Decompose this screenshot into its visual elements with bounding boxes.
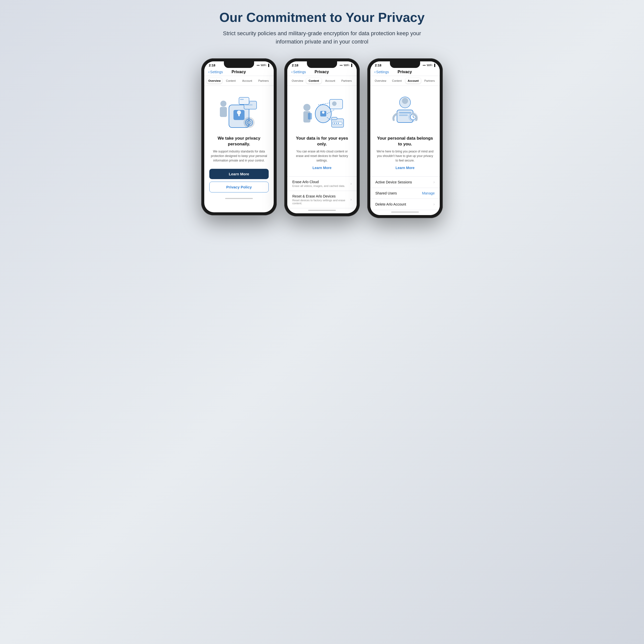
- svg-point-4: [244, 117, 255, 128]
- screen-content: ‹ Settings Privacy OverviewContentAccoun…: [287, 68, 357, 208]
- list-item[interactable]: Reset & Erase Arlo Devices Reset devices…: [287, 191, 357, 208]
- list-section: Erase Arlo Cloud Erase all videos, image…: [287, 176, 357, 208]
- chevron-icon: ›: [350, 181, 352, 186]
- back-button[interactable]: ‹ Settings: [291, 70, 306, 74]
- svg-rect-16: [308, 113, 312, 119]
- home-bar: [308, 210, 336, 211]
- tab-content[interactable]: Content: [306, 78, 321, 84]
- tab-content[interactable]: Content: [389, 78, 405, 84]
- screen-content: ‹ Settings Privacy OverviewContentAccoun…: [370, 68, 440, 210]
- illustration-area: [370, 86, 440, 136]
- tab-overview[interactable]: Overview: [373, 78, 388, 84]
- tab-account[interactable]: Account: [323, 78, 338, 84]
- tab-overview[interactable]: Overview: [290, 78, 305, 84]
- nav-title: Privacy: [306, 70, 338, 74]
- svg-rect-34: [399, 112, 411, 113]
- list-item-title: Erase Arlo Cloud: [292, 180, 345, 184]
- back-arrow-icon: ‹: [208, 70, 210, 74]
- manage-link[interactable]: Manage: [422, 191, 435, 195]
- status-bar: 2:18 ▪▪▪ WiFi ▐: [287, 61, 357, 68]
- list-item-sub: Erase all videos, images, and cached dat…: [292, 184, 345, 187]
- list-item[interactable]: Delete Arlo Account ›: [370, 199, 440, 210]
- home-bar: [391, 212, 419, 213]
- signal-icon: ▪▪▪: [257, 64, 260, 67]
- tab-account[interactable]: Account: [406, 78, 421, 84]
- svg-rect-8: [220, 107, 227, 117]
- signal-icon: ▪▪▪: [340, 64, 343, 67]
- svg-rect-3: [238, 113, 240, 116]
- home-indicator-area: [370, 210, 440, 215]
- tab-overview[interactable]: Overview: [207, 78, 222, 84]
- phones-container: 2:18 ▪▪▪ WiFi ▐ ‹ Settings Privacy: [201, 58, 443, 218]
- main-title: Our Commitment to Your Privacy: [209, 10, 435, 25]
- content-title: Your personal data belongs to you.: [375, 136, 435, 147]
- content-desc: You can erase all Arlo cloud content or …: [292, 149, 352, 163]
- status-bar: 2:18 ▪▪▪ WiFi ▐: [370, 61, 440, 68]
- buttons-area: Learn MorePrivacy Policy: [204, 169, 274, 196]
- nav-bar: ‹ Settings Privacy: [370, 68, 440, 76]
- svg-point-7: [220, 101, 226, 107]
- chevron-icon: ›: [433, 202, 435, 207]
- back-arrow-icon: ‹: [291, 70, 293, 74]
- wifi-icon: WiFi: [427, 64, 432, 67]
- battery-icon: ▐: [267, 64, 269, 67]
- tabs-bar: OverviewContentAccountPartners: [370, 76, 440, 86]
- svg-point-29: [336, 123, 337, 124]
- status-bar: 2:18 ▪▪▪ WiFi ▐: [204, 61, 274, 68]
- tabs-bar: OverviewContentAccountPartners: [287, 76, 357, 86]
- phone-phone-account: 2:18 ▪▪▪ WiFi ▐ ‹ Settings Privacy: [367, 58, 443, 218]
- screen-content: ‹ Settings Privacy OverviewContentAccoun…: [204, 68, 274, 196]
- back-arrow-icon: ‹: [374, 70, 376, 74]
- illustration-area: [204, 86, 274, 136]
- status-time: 2:18: [292, 63, 298, 67]
- list-item[interactable]: Shared Users Manage: [370, 188, 440, 199]
- phone-phone-overview: 2:18 ▪▪▪ WiFi ▐ ‹ Settings Privacy: [201, 58, 277, 215]
- signal-icon: ▪▪▪: [423, 64, 426, 67]
- tab-partners[interactable]: Partners: [422, 78, 437, 84]
- status-icons: ▪▪▪ WiFi ▐: [340, 64, 352, 67]
- tab-partners[interactable]: Partners: [256, 78, 271, 84]
- tab-account[interactable]: Account: [239, 78, 255, 84]
- list-item-title: Shared Users: [375, 191, 397, 195]
- list-item[interactable]: Erase Arlo Cloud Erase all videos, image…: [287, 177, 357, 191]
- notch: [224, 61, 254, 68]
- back-label: Settings: [376, 70, 389, 74]
- content-desc: We're here to bring you peace of mind an…: [375, 149, 435, 163]
- learn-more-link[interactable]: Learn More: [292, 166, 352, 170]
- privacy-policy-button[interactable]: Privacy Policy: [209, 182, 269, 192]
- battery-icon: ▐: [350, 64, 352, 67]
- back-button[interactable]: ‹ Settings: [374, 70, 389, 74]
- content-area: Your data is for your eyes only. You can…: [287, 136, 357, 175]
- tabs-bar: OverviewContentAccountPartners: [204, 76, 274, 86]
- phone-phone-content: 2:18 ▪▪▪ WiFi ▐ ‹ Settings Privacy: [284, 58, 360, 216]
- learn-more-button[interactable]: Learn More: [209, 169, 269, 179]
- svg-rect-13: [240, 99, 244, 100]
- back-label: Settings: [210, 70, 223, 74]
- status-time: 2:18: [375, 63, 381, 67]
- content-title: We take your privacy personally.: [209, 136, 269, 147]
- home-indicator-area: [287, 208, 357, 213]
- svg-rect-25: [332, 117, 337, 120]
- back-button[interactable]: ‹ Settings: [208, 70, 223, 74]
- list-item-title: Reset & Erase Arlo Devices: [292, 194, 350, 198]
- svg-point-28: [334, 123, 335, 124]
- list-item[interactable]: Active Device Sessions ›: [370, 177, 440, 188]
- chevron-icon: ›: [433, 180, 435, 184]
- learn-more-link[interactable]: Learn More: [375, 166, 435, 170]
- home-indicator-area: [204, 196, 274, 202]
- nav-bar: ‹ Settings Privacy: [287, 68, 357, 76]
- list-item-title: Active Device Sessions: [375, 180, 412, 184]
- wifi-icon: WiFi: [261, 64, 266, 67]
- svg-rect-35: [399, 114, 408, 116]
- nav-title: Privacy: [223, 70, 255, 74]
- tab-partners[interactable]: Partners: [339, 78, 354, 84]
- list-section: Active Device Sessions › Shared Users Ma…: [370, 176, 440, 210]
- battery-icon: ▐: [433, 64, 435, 67]
- notch: [390, 61, 420, 68]
- nav-title: Privacy: [389, 70, 421, 74]
- svg-point-32: [402, 98, 408, 104]
- tab-content[interactable]: Content: [223, 78, 238, 84]
- back-label: Settings: [293, 70, 306, 74]
- list-item-title: Delete Arlo Account: [375, 202, 406, 206]
- content-area: Your personal data belongs to you. We're…: [370, 136, 440, 175]
